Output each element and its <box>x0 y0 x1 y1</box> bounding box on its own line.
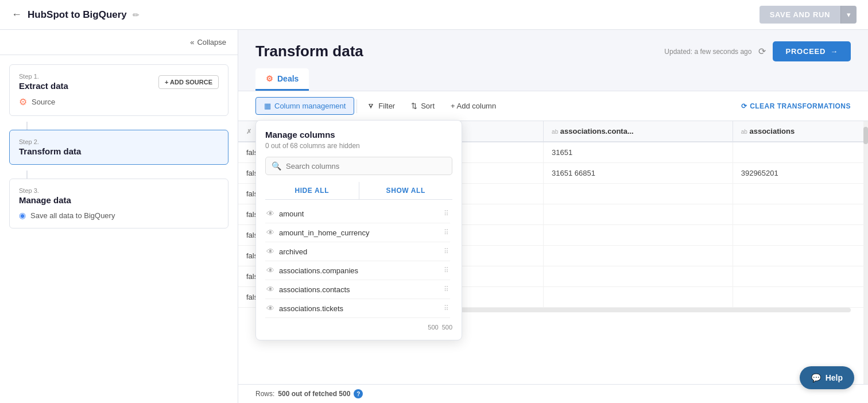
table-cell: 31651 <box>544 142 733 163</box>
list-item[interactable]: 👁 amount ⠿ <box>265 204 450 223</box>
page-title: Transform data <box>255 42 363 60</box>
columns-search-input[interactable] <box>286 162 446 170</box>
boolean-type-icon: ✗ <box>246 128 251 135</box>
drag-icon: ⠿ <box>444 285 449 293</box>
sidebar: « Collapse Step 1. Extract data + ADD SO… <box>0 30 238 403</box>
layout: « Collapse Step 1. Extract data + ADD SO… <box>0 30 868 403</box>
step-label-2: Step 2. <box>19 138 219 145</box>
destination-label: Save all data to BigQuery <box>30 211 115 220</box>
column-management-label: Column management <box>274 102 346 110</box>
clear-transformations-button[interactable]: ⟳ CLEAR TRANSFORMATIONS <box>741 102 851 110</box>
table-cell <box>544 266 733 287</box>
table-cell <box>544 225 733 246</box>
main-header: Transform data Updated: a few seconds ag… <box>238 30 868 68</box>
list-item[interactable]: 👁 associations.contacts ⠿ <box>265 280 450 299</box>
drag-icon: ⠿ <box>444 210 449 218</box>
add-column-label: + Add column <box>451 102 496 110</box>
clear-label: CLEAR TRANSFORMATIONS <box>750 102 851 110</box>
columns-icon: ▦ <box>264 102 271 110</box>
collapse-label: Collapse <box>197 38 226 46</box>
main-content: Transform data Updated: a few seconds ag… <box>238 30 868 403</box>
step-card-3[interactable]: Step 3. Manage data ◉ Save all data to B… <box>9 179 228 228</box>
manage-columns-subtitle: 0 out of 68 columns are hidden <box>265 142 452 150</box>
step-header-1: Step 1. Extract data + ADD SOURCE <box>19 73 219 91</box>
proceed-arrow-icon: → <box>830 47 838 56</box>
filter-button[interactable]: ⛛ Filter <box>359 98 403 114</box>
filter-icon: ⛛ <box>367 102 375 110</box>
add-column-button[interactable]: + Add column <box>443 98 504 114</box>
list-item[interactable]: 👁 archived ⠿ <box>265 242 450 261</box>
table-cell <box>733 184 867 204</box>
show-all-button[interactable]: SHOW ALL <box>359 182 453 199</box>
tab-deals-label: Deals <box>277 74 299 83</box>
back-button[interactable]: ← <box>11 9 22 21</box>
column-management-button[interactable]: ▦ Column management <box>255 97 354 115</box>
table-cell <box>733 225 867 246</box>
collapse-button[interactable]: « Collapse <box>190 38 226 46</box>
eye-icon: 👁 <box>266 304 274 313</box>
refresh-button[interactable]: ⟳ <box>758 46 766 57</box>
eye-icon: 👁 <box>266 266 274 275</box>
tab-deals[interactable]: ⚙ Deals <box>255 68 309 91</box>
add-source-button[interactable]: + ADD SOURCE <box>158 75 219 89</box>
source-item: ⚙ Source <box>19 96 219 107</box>
main-header-right: Updated: a few seconds ago ⟳ PROCEED → <box>664 41 851 61</box>
tab-hubspot-icon: ⚙ <box>266 74 273 83</box>
manage-columns-panel: Manage columns 0 out of 68 columns are h… <box>255 120 462 340</box>
vertical-scrollbar[interactable] <box>863 121 868 384</box>
step-label-1: Step 1. <box>19 73 68 80</box>
toolbar-sep-1 <box>356 99 357 113</box>
toolbar: ▦ Column management ⛛ Filter ⇅ Sort + Ad… <box>238 91 868 121</box>
bigquery-icon: ◉ <box>19 211 26 220</box>
pagination-footer: 500 500 <box>265 324 452 331</box>
step-title-3: Manage data <box>19 195 219 205</box>
step-card-1[interactable]: Step 1. Extract data + ADD SOURCE ⚙ Sour… <box>9 64 228 116</box>
steps: Step 1. Extract data + ADD SOURCE ⚙ Sour… <box>0 55 238 243</box>
destination-item: ◉ Save all data to BigQuery <box>19 211 219 220</box>
proceed-button[interactable]: PROCEED → <box>773 41 851 61</box>
th-associations: ab associations <box>733 121 867 142</box>
collapse-chevron-icon: « <box>190 38 194 46</box>
eye-icon: 👁 <box>266 247 274 256</box>
sort-icon: ⇅ <box>411 102 417 110</box>
table-cell <box>544 204 733 225</box>
eye-icon: 👁 <box>266 228 274 237</box>
refresh-small-icon: ⟳ <box>741 102 747 110</box>
eye-icon: 👁 <box>266 209 274 218</box>
rows-count: 500 out of fetched 500 <box>278 390 350 398</box>
list-item[interactable]: 👁 associations.companies ⠿ <box>265 261 450 280</box>
table-cell <box>733 266 867 287</box>
rows-label: Rows: <box>255 390 274 398</box>
list-item[interactable]: 👁 closed_lost_reason ⠿ <box>265 318 450 319</box>
step-card-2[interactable]: Step 2. Transform data <box>9 130 228 165</box>
step-title-1: Extract data <box>19 81 68 91</box>
hide-all-button[interactable]: HIDE ALL <box>265 182 359 199</box>
top-nav-left: ← HubSpot to BigQuery ✏ <box>11 9 140 21</box>
columns-search-box[interactable]: 🔍 <box>265 157 452 175</box>
toggle-buttons: HIDE ALL SHOW ALL <box>265 182 452 200</box>
sort-button[interactable]: ⇅ Sort <box>403 98 443 114</box>
list-item[interactable]: 👁 associations.tickets ⠿ <box>265 299 450 318</box>
table-cell <box>544 246 733 266</box>
help-info-icon[interactable]: ? <box>354 389 363 398</box>
table-cell <box>544 287 733 308</box>
drag-icon: ⠿ <box>444 228 449 237</box>
step-connector-1 <box>26 122 28 130</box>
save-run-dropdown-button[interactable]: ▾ <box>840 6 857 24</box>
manage-columns-title: Manage columns <box>265 130 452 140</box>
step-label-3: Step 3. <box>19 187 219 194</box>
drag-icon: ⠿ <box>444 304 449 312</box>
table-cell <box>733 246 867 266</box>
list-item[interactable]: 👁 amount_in_home_currency ⠿ <box>265 223 450 242</box>
table-cell <box>733 142 867 163</box>
edit-icon[interactable]: ✏ <box>133 10 140 20</box>
drag-icon: ⠿ <box>444 266 449 274</box>
sidebar-collapse: « Collapse <box>0 30 238 55</box>
table-cell <box>544 184 733 204</box>
table-cell <box>733 287 867 308</box>
save-run-button[interactable]: SAVE AND RUN <box>760 6 840 24</box>
tabs-bar: ⚙ Deals <box>238 68 868 91</box>
help-fab-button[interactable]: 💬 Help <box>800 366 854 389</box>
step-connector-2 <box>26 170 28 179</box>
vertical-scrollbar-thumb[interactable] <box>863 127 868 144</box>
